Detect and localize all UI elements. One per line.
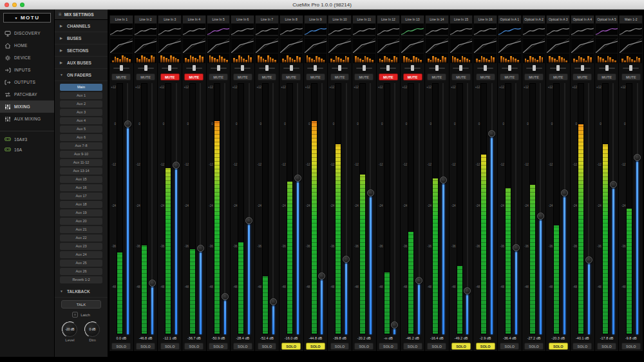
solo-button[interactable]: SOLO <box>621 343 641 350</box>
mute-button[interactable]: MUTE <box>621 73 641 81</box>
pan-slider[interactable] <box>377 64 400 71</box>
channel-name[interactable]: Line In 4 <box>183 15 205 23</box>
faders-list-item-aux-2[interactable]: Aux 2 <box>60 100 102 108</box>
faders-list-item-aux-23[interactable]: Aux 23 <box>60 243 102 250</box>
dynamics-thumbnail[interactable] <box>231 39 254 53</box>
fader-knob[interactable] <box>610 181 617 188</box>
eq-thumbnail[interactable] <box>450 24 473 38</box>
pan-handle[interactable] <box>556 65 560 71</box>
channel-name[interactable]: Line In 3 <box>158 15 181 23</box>
close-button[interactable] <box>5 3 9 7</box>
eq-thumbnail[interactable] <box>183 24 205 38</box>
mix-group-buses[interactable]: ▶ BUSES <box>55 32 108 44</box>
sidebar-item-device[interactable]: DEVICE <box>0 52 54 64</box>
eq-thumbnail[interactable] <box>280 24 303 38</box>
mute-button[interactable]: MUTE <box>233 73 252 81</box>
pan-handle[interactable] <box>629 65 632 71</box>
fader-knob[interactable] <box>391 321 398 329</box>
mute-button[interactable]: MUTE <box>209 73 228 81</box>
pan-slider[interactable] <box>158 64 181 71</box>
faders-list-item-aux-21[interactable]: Aux 21 <box>60 226 102 233</box>
channel-name[interactable]: Line In 6 <box>231 15 254 23</box>
talk-button[interactable]: TALK <box>61 300 101 309</box>
fader-track[interactable] <box>439 83 448 334</box>
channel-name[interactable]: Optical In A 1 <box>498 15 521 23</box>
dynamics-thumbnail[interactable] <box>498 39 521 53</box>
minimize-button[interactable] <box>12 3 17 7</box>
pan-slider[interactable] <box>401 64 424 71</box>
pan-slider[interactable] <box>523 64 545 71</box>
pan-handle[interactable] <box>338 65 341 71</box>
solo-button[interactable]: SOLO <box>573 343 592 350</box>
channel-name[interactable]: Line In 8 <box>280 15 303 23</box>
fader-knob[interactable] <box>294 175 301 182</box>
eq-thumbnail[interactable] <box>620 24 642 38</box>
pan-slider[interactable] <box>620 64 642 71</box>
solo-button[interactable]: SOLO <box>427 343 446 350</box>
pan-slider[interactable] <box>183 64 205 71</box>
fader-track[interactable] <box>244 83 254 334</box>
fader-knob[interactable] <box>222 293 229 300</box>
sidebar-item-outputs[interactable]: OUTPUTS <box>0 76 54 88</box>
eq-thumbnail[interactable] <box>353 24 375 38</box>
fader-knob[interactable] <box>415 277 422 284</box>
mute-button[interactable]: MUTE <box>160 73 180 81</box>
pan-handle[interactable] <box>120 65 123 71</box>
solo-button[interactable]: SOLO <box>330 343 350 350</box>
pan-slider[interactable] <box>256 64 278 71</box>
pan-slider[interactable] <box>450 64 473 71</box>
fader-track[interactable] <box>269 83 278 334</box>
fader-track[interactable] <box>123 83 133 334</box>
pan-handle[interactable] <box>363 65 366 71</box>
pan-slider[interactable] <box>207 64 230 71</box>
channel-name[interactable]: Line In 16 <box>474 15 497 23</box>
faders-list-item-aux-13-14[interactable]: Aux 13-14 <box>60 167 102 175</box>
dynamics-thumbnail[interactable] <box>328 39 351 53</box>
solo-button[interactable]: SOLO <box>209 343 228 350</box>
eq-thumbnail[interactable] <box>426 24 448 38</box>
fader-knob[interactable] <box>270 298 277 305</box>
faders-list-item-aux-3[interactable]: Aux 3 <box>60 109 102 116</box>
solo-button[interactable]: SOLO <box>500 343 519 350</box>
mute-button[interactable]: MUTE <box>281 73 301 81</box>
channel-name[interactable]: Optical In A 2 <box>523 15 545 23</box>
faders-list-item-aux-18[interactable]: Aux 18 <box>60 201 102 208</box>
fader-knob[interactable] <box>343 256 350 263</box>
solo-button[interactable]: SOLO <box>306 343 325 350</box>
sidebar-item-patchbay[interactable]: PATCHBAY <box>0 88 54 100</box>
fader-track[interactable] <box>196 83 205 334</box>
mute-button[interactable]: MUTE <box>403 73 422 81</box>
dynamics-thumbnail[interactable] <box>353 39 375 53</box>
dynamics-thumbnail[interactable] <box>474 39 497 53</box>
faders-list-item-aux-24[interactable]: Aux 24 <box>60 251 102 258</box>
channel-name[interactable]: Line In 9 <box>305 15 327 23</box>
pan-handle[interactable] <box>168 65 171 71</box>
eq-thumbnail[interactable] <box>498 24 521 38</box>
mute-button[interactable]: MUTE <box>451 73 471 81</box>
channel-name[interactable]: Line In 10 <box>328 15 351 23</box>
talkback-section-header[interactable]: ▼ TALKBACK <box>55 285 108 298</box>
fader-knob[interactable] <box>124 120 131 128</box>
talkback-dim-knob[interactable]: 0 dB <box>85 322 100 337</box>
pan-handle[interactable] <box>459 65 462 71</box>
dynamics-thumbnail[interactable] <box>135 39 157 53</box>
channel-name[interactable]: Line In 2 <box>135 15 157 23</box>
channel-name[interactable]: Optical In A 5 <box>596 15 618 23</box>
dynamics-thumbnail[interactable] <box>207 39 230 53</box>
pan-slider[interactable] <box>135 64 157 71</box>
fader-track[interactable] <box>317 83 327 334</box>
solo-button[interactable]: SOLO <box>597 343 616 350</box>
mute-button[interactable]: MUTE <box>549 73 568 81</box>
pan-handle[interactable] <box>290 65 293 71</box>
dynamics-thumbnail[interactable] <box>183 39 205 53</box>
fader-knob[interactable] <box>245 217 252 224</box>
dynamics-thumbnail[interactable] <box>571 39 594 53</box>
fader-track[interactable] <box>366 83 375 334</box>
mute-button[interactable]: MUTE <box>136 73 155 81</box>
pan-handle[interactable] <box>435 65 439 71</box>
fader-track[interactable] <box>414 83 424 334</box>
faders-list-item-main[interactable]: Main <box>60 84 102 91</box>
channel-name[interactable]: Main 1-2 <box>620 15 642 23</box>
solo-button[interactable]: SOLO <box>281 343 301 350</box>
pan-slider[interactable] <box>305 64 327 71</box>
